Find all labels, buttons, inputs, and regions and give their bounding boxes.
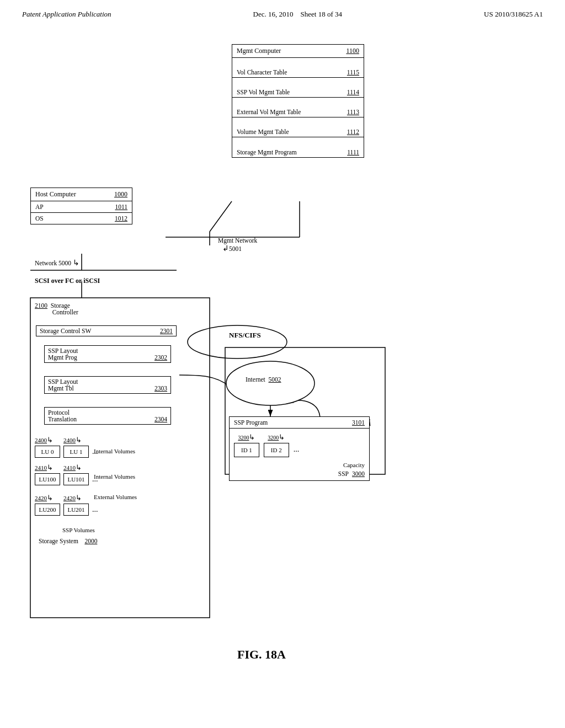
mgmt-row-vol-char: Vol Character Table 1115	[232, 58, 364, 78]
mgmt-network-label: Mgmt Network ↲5001	[218, 237, 257, 253]
header-date-sheet: Dec. 16, 2010 Sheet 18 of 34	[253, 10, 342, 19]
internet-label: Internet 5002	[246, 376, 281, 383]
ssp-capacity-row: Capacity	[230, 462, 369, 470]
mgmt-row-storage-mgmt: Storage Mgmt Program 1111	[232, 137, 364, 157]
mgmt-row-ssp-vol: SSP Vol Mgmt Table 1114	[232, 78, 364, 98]
lu101-num: 2410↳	[63, 463, 82, 472]
header-patent: US 2010/318625 A1	[484, 10, 543, 19]
external-volumes-label: External Volumes	[94, 494, 137, 500]
ssp-label-row: SSP 3000	[230, 470, 369, 480]
storage-control-sw-box: Storage Control SW 2301	[36, 325, 177, 336]
svg-point-8	[188, 325, 287, 358]
mgmt-computer-title: Mgmt Computer 1100	[232, 45, 364, 58]
ssp-layout-prog-box: SSP LayoutMgmt Prog 2302	[44, 345, 171, 363]
lu0-num: 2400↳	[35, 436, 53, 445]
lu-row-200: LU200 LU201 ...	[35, 504, 98, 516]
lu100-num: 2410↳	[35, 463, 53, 472]
scsi-label: SCSI over FC or iSCSI	[35, 277, 100, 285]
internal-volumes-label-2: Internal Volumes	[94, 473, 135, 480]
host-computer-box: Host Computer 1000 AP 1011 OS 1012	[30, 188, 132, 224]
host-computer-title: Host Computer 1000	[31, 188, 132, 201]
svg-line-5	[210, 201, 232, 232]
lu-row-0: LU 0 LU 1 ...	[35, 446, 98, 458]
storage-controller-num: 2100 Storage Controller	[35, 302, 78, 315]
ssp-id-row: 3200↳ ID 1 3200↳ ID 2 ...	[230, 429, 369, 462]
mgmt-row-vol-mgmt: Volume Mgmt Table 1112	[232, 117, 364, 137]
internal-volumes-label: Internal Volumes	[94, 448, 135, 454]
ssp-volumes-label: SSP Volumes	[62, 527, 95, 533]
lu200-num: 2420↳	[35, 494, 53, 502]
header-publication: Patent Application Publication	[22, 10, 111, 19]
ssp-program-box: SSP Program 3101 3200↳ ID 1 3200↳ ID 2 .…	[229, 416, 370, 481]
storage-system-label: Storage System 2000	[39, 538, 97, 544]
lu201-num: 2420↳	[63, 494, 82, 502]
lu1-num: 2400↳	[63, 436, 82, 445]
fig-label: FIG. 18A	[237, 647, 286, 662]
svg-point-7	[226, 361, 315, 405]
ssp-layout-tbl-box: SSP LayoutMgmt Tbl 2303	[44, 376, 171, 394]
nfs-cifs-label: NFS/CIFS	[229, 331, 261, 340]
page-header: Patent Application Publication Dec. 16, …	[0, 0, 565, 24]
mgmt-computer-box: Mgmt Computer 1100 Vol Character Table 1…	[232, 44, 364, 158]
protocol-translation-box: ProtocolTranslation 2304	[44, 407, 171, 425]
mgmt-row-ext-vol: External Vol Mgmt Table 1113	[232, 98, 364, 117]
host-os-row: OS 1012	[31, 213, 132, 224]
host-ap-row: AP 1011	[31, 201, 132, 213]
network-label: Network 5000 ↳	[35, 258, 79, 267]
lu-row-100: LU100 LU101 ...	[35, 473, 98, 485]
